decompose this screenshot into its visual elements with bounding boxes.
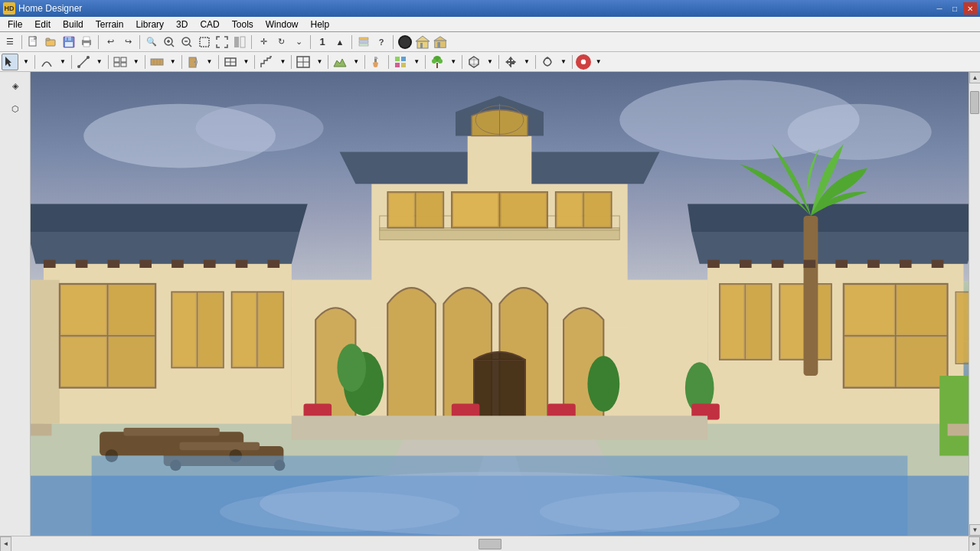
print-btn[interactable] [78, 34, 95, 51]
svg-rect-168 [139, 260, 152, 268]
svg-rect-111 [416, 194, 442, 227]
select-rect-btn[interactable] [196, 34, 213, 51]
menu-file[interactable]: File [2, 17, 28, 32]
move-tool-btn[interactable] [502, 54, 519, 70]
menu-edit[interactable]: Edit [28, 17, 57, 32]
menu-cad[interactable]: CAD [194, 17, 225, 32]
fit-page-btn[interactable] [214, 34, 230, 51]
paint-tool-btn[interactable] [368, 54, 385, 70]
title-bar: HD Home Designer ─ □ ✕ [0, 0, 980, 17]
new-btn[interactable] [25, 34, 42, 51]
terrain-dropdown[interactable]: ▼ [349, 54, 361, 70]
door-tool-btn[interactable] [185, 54, 202, 70]
window-controls: ─ □ ✕ [933, 2, 977, 15]
menu-tools[interactable]: Tools [226, 17, 260, 32]
menu-3d[interactable]: 3D [170, 17, 194, 32]
svg-marker-87 [691, 232, 969, 264]
right-scrollbar: ▲ ▼ [969, 72, 980, 536]
room-tool-btn[interactable] [295, 54, 312, 70]
plant-tool-btn[interactable] [429, 54, 446, 70]
texture-tool-btn[interactable] [392, 54, 409, 70]
arc-tool-btn[interactable] [38, 54, 55, 70]
svg-rect-156 [292, 416, 707, 439]
record-dropdown[interactable]: ▼ [592, 54, 604, 70]
scroll-track-horizontal [11, 536, 969, 552]
object-dropdown[interactable]: ▼ [483, 54, 495, 70]
scroll-up-btn[interactable]: ▲ [969, 72, 980, 83]
zoom-in-btn[interactable] [161, 34, 178, 51]
door-dropdown[interactable]: ▼ [203, 54, 215, 70]
maximize-btn[interactable]: □ [948, 2, 962, 15]
stair-tool-btn[interactable] [258, 54, 275, 70]
line-dropdown[interactable]: ▼ [93, 54, 105, 70]
close-btn[interactable]: ✕ [963, 2, 977, 15]
help-btn[interactable]: ? [373, 34, 390, 51]
transform-dropdown[interactable]: ▼ [557, 54, 569, 70]
stair-dropdown[interactable]: ▼ [276, 54, 288, 70]
svg-rect-10 [83, 43, 90, 47]
window-dropdown[interactable]: ▼ [240, 54, 252, 70]
orbit-btn[interactable]: ↻ [273, 34, 289, 51]
terrain-tool-btn[interactable] [332, 54, 348, 70]
number-1-btn[interactable]: 1 [314, 34, 331, 51]
app-menu-btn[interactable]: ☰ [2, 34, 18, 51]
sep2-2 [71, 55, 72, 69]
scroll-left-btn[interactable]: ◄ [0, 536, 11, 552]
sep2-10 [364, 55, 365, 69]
scroll-thumb-vertical[interactable] [970, 91, 979, 114]
app-icon: HD [3, 2, 15, 15]
svg-point-71 [195, 104, 323, 152]
menu-build[interactable]: Build [57, 17, 90, 32]
svg-point-46 [194, 61, 195, 63]
wall-dropdown[interactable]: ▼ [166, 54, 178, 70]
object-tool-btn[interactable] [466, 54, 482, 70]
svg-rect-84 [468, 136, 532, 201]
view-tool-btn[interactable] [112, 54, 129, 70]
wall-tool-btn[interactable] [149, 54, 165, 70]
redo-btn[interactable]: ↪ [119, 34, 136, 51]
layers-btn[interactable] [355, 34, 372, 51]
scroll-thumb-horizontal[interactable] [479, 539, 501, 549]
move-dropdown[interactable]: ▼ [520, 54, 532, 70]
svg-rect-4 [46, 38, 50, 41]
search-btn[interactable]: 🔍 [143, 34, 160, 51]
minimize-btn[interactable]: ─ [933, 2, 946, 15]
up-arrow-btn[interactable]: ▲ [332, 34, 348, 51]
undo-btn[interactable]: ↩ [102, 34, 119, 51]
panel-toggle-btn[interactable]: ◈ [5, 75, 26, 96]
texture-dropdown[interactable]: ▼ [410, 54, 422, 70]
menu-terrain[interactable]: Terrain [90, 17, 130, 32]
record-btn[interactable]: ⏺ [576, 54, 591, 70]
svg-rect-147 [180, 442, 260, 450]
transform-tool-btn[interactable] [539, 54, 556, 70]
room-dropdown[interactable]: ▼ [312, 54, 325, 70]
render-btn[interactable] [397, 34, 413, 51]
plant-dropdown[interactable]: ▼ [446, 54, 459, 70]
view-dropdown[interactable]: ▼ [129, 54, 142, 70]
arc-dropdown[interactable]: ▼ [56, 54, 68, 70]
svg-rect-134 [897, 285, 946, 334]
menu-library[interactable]: Library [129, 17, 170, 32]
scroll-down-btn[interactable]: ▼ [969, 524, 980, 536]
svg-rect-110 [389, 194, 413, 227]
fill-btn[interactable] [231, 34, 248, 51]
select-dropdown[interactable]: ▼ [19, 54, 31, 70]
menu-window[interactable]: Window [260, 17, 305, 32]
open-btn[interactable] [43, 34, 60, 51]
house-front-btn[interactable] [414, 34, 431, 51]
select-tool-btn[interactable] [2, 54, 18, 70]
panel-floor-btn[interactable]: ⬡ [5, 98, 26, 119]
sep2-12 [425, 55, 426, 69]
menu-help[interactable]: Help [304, 17, 335, 32]
zoom-out-btn[interactable] [178, 34, 195, 51]
add-btn[interactable]: ✛ [255, 34, 272, 51]
house-view-btn[interactable] [432, 34, 449, 51]
window-tool-btn[interactable] [222, 54, 239, 70]
save-btn[interactable] [60, 34, 77, 51]
line-tool-btn[interactable] [75, 54, 92, 70]
sep2-15 [535, 55, 536, 69]
svg-marker-80 [31, 204, 308, 232]
scroll-right-btn[interactable]: ► [969, 536, 980, 552]
walk-btn[interactable]: ⌄ [290, 34, 307, 51]
svg-rect-139 [804, 216, 818, 376]
